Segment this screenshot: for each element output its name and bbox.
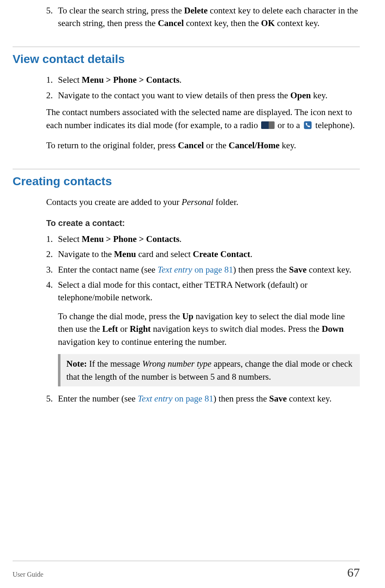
text: To change the dial mode, press the — [58, 311, 182, 321]
content-area: 5. To clear the search string, press the… — [13, 0, 360, 405]
text: Enter the number (see — [58, 394, 138, 404]
text-bold: Cancel — [178, 140, 204, 150]
list-body: Enter the number (see Text entry on page… — [58, 392, 360, 405]
note-label: Note: — [66, 359, 87, 369]
text: telephone). — [313, 120, 355, 130]
text: Navigate to the — [58, 249, 114, 259]
dial-mode-block: To change the dial mode, press the Up na… — [58, 310, 360, 386]
note-box: Note: If the message Wrong number type a… — [58, 354, 360, 386]
text-bold: Menu > Phone > Contacts — [82, 234, 180, 244]
heading-view-contact-details: View contact details — [13, 52, 360, 66]
text-bold: Create Contact — [193, 249, 250, 259]
text: . — [179, 234, 181, 244]
page-footer: User Guide 67 — [13, 561, 360, 580]
footer-title: User Guide — [13, 571, 43, 578]
link-label: Text entry — [157, 265, 192, 275]
paragraph: To change the dial mode, press the Up na… — [58, 310, 360, 348]
list-number: 1. — [46, 74, 58, 86]
text: Enter the contact name (see — [58, 265, 157, 275]
top-list: 5. To clear the search string, press the… — [46, 4, 360, 30]
telephone-icon — [303, 121, 312, 130]
text: folder. — [213, 197, 238, 207]
radio-icon — [261, 121, 275, 129]
text-bold: Down — [322, 324, 344, 334]
page-number: 67 — [347, 565, 360, 580]
list-body: Enter the contact name (see Text entry o… — [58, 263, 360, 276]
paragraph: Contacts you create are added to your Pe… — [46, 196, 360, 208]
text: . — [250, 249, 252, 259]
text-bold: Save — [289, 265, 306, 275]
list-item: 4. Select a dial mode for this contact, … — [46, 278, 360, 304]
text: To clear the search string, press the — [58, 5, 184, 16]
text: key. — [280, 140, 296, 150]
text-bold: Menu — [114, 249, 136, 259]
text: Navigate to the contact you want to view… — [58, 90, 290, 100]
list-item: 1. Select Menu > Phone > Contacts. — [46, 233, 360, 245]
list-item: 3. Enter the contact name (see Text entr… — [46, 263, 360, 276]
text: Select a dial mode for this contact, eit… — [58, 280, 307, 302]
text: . — [179, 75, 181, 85]
text: If the message — [87, 359, 142, 369]
list-number: 1. — [46, 233, 58, 245]
list-number: 2. — [46, 248, 58, 260]
text: ) then press the — [233, 265, 289, 275]
list-body: Navigate to the Menu card and select Cre… — [58, 248, 360, 260]
text-italic: Personal — [181, 197, 213, 207]
text-bold: Save — [269, 394, 287, 404]
text: Select — [58, 234, 82, 244]
list-number: 4. — [46, 278, 58, 304]
list-number: 5. — [46, 392, 58, 405]
list-item: 2. Navigate to the contact you want to v… — [46, 89, 360, 102]
text: To return to the original folder, press — [46, 140, 178, 150]
paragraph: The contact numbers associated with the … — [46, 106, 360, 131]
list-body: Select Menu > Phone > Contacts. — [58, 233, 360, 245]
text: context key, then the — [184, 18, 261, 28]
text: or the — [204, 140, 229, 150]
create-list-cont: 5. Enter the number (see Text entry on p… — [46, 392, 360, 405]
text: Select — [58, 75, 82, 85]
text-bold: OK — [261, 18, 275, 28]
text: Contacts you create are added to your — [46, 197, 181, 207]
section-rule — [13, 169, 360, 169]
link-text-entry[interactable]: Text entry on page 81 — [138, 394, 213, 404]
list-number: 5. — [46, 4, 58, 30]
text-bold: Up — [182, 311, 194, 321]
view-list: 1. Select Menu > Phone > Contacts. 2. Na… — [46, 74, 360, 152]
create-block: Contacts you create are added to your Pe… — [46, 196, 360, 304]
link-text-entry[interactable]: Text entry on page 81 — [157, 265, 233, 275]
list-body: To clear the search string, press the De… — [58, 4, 360, 30]
text-bold: Menu > Phone > Contacts — [82, 75, 180, 85]
text: or — [118, 324, 130, 334]
subheading-to-create-contact: To create a contact: — [46, 217, 360, 229]
list-body: Select a dial mode for this contact, eit… — [58, 278, 360, 304]
text-bold: Open — [290, 90, 311, 100]
page: 5. To clear the search string, press the… — [0, 0, 385, 588]
heading-creating-contacts: Creating contacts — [13, 174, 360, 189]
list-item: 5. Enter the number (see Text entry on p… — [46, 392, 360, 405]
list-body: Navigate to the contact you want to view… — [58, 89, 360, 102]
text-bold: Right — [130, 324, 151, 334]
text: key. — [311, 90, 327, 100]
list-number: 3. — [46, 263, 58, 276]
text-bold: Cancel — [158, 18, 184, 28]
list-item: 5. To clear the search string, press the… — [46, 4, 360, 30]
text-bold: Delete — [184, 5, 208, 16]
svg-rect-0 — [304, 121, 312, 129]
list-item: 1. Select Menu > Phone > Contacts. — [46, 74, 360, 86]
link-label: Text entry — [138, 394, 173, 404]
list-item: 2. Navigate to the Menu card and select … — [46, 248, 360, 260]
text: context key. — [306, 265, 351, 275]
link-page: on page 81 — [192, 265, 233, 275]
text: navigation key to continue entering the … — [58, 337, 227, 347]
text: card and select — [136, 249, 193, 259]
section-rule — [13, 47, 360, 47]
link-page: on page 81 — [173, 394, 213, 404]
list-body: Select Menu > Phone > Contacts. — [58, 74, 360, 86]
text: ) then press the — [213, 394, 269, 404]
text-italic: Wrong number type — [142, 359, 212, 369]
text: or to a — [275, 120, 302, 130]
list-number: 2. — [46, 89, 58, 102]
text-bold: Left — [102, 324, 118, 334]
text: context key. — [287, 394, 332, 404]
paragraph: To return to the original folder, press … — [46, 139, 360, 152]
